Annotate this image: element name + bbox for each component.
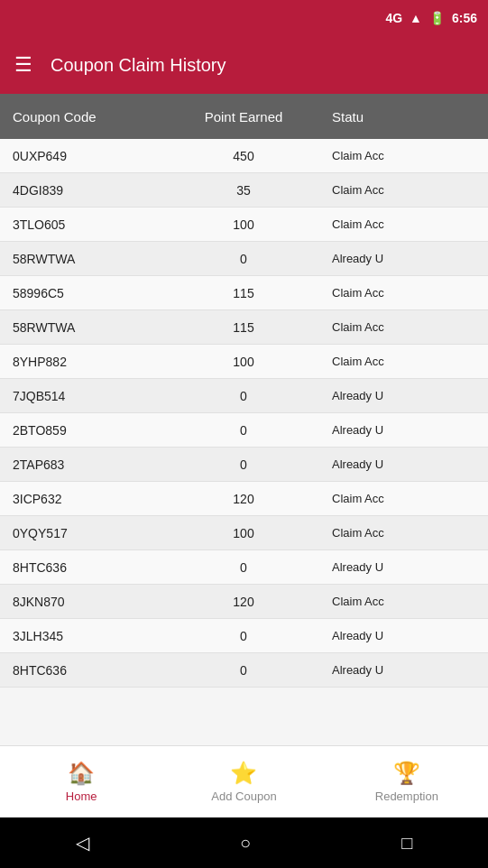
home-icon: 🏠 [68,761,95,786]
cell-points: 100 [162,526,325,540]
table-row: 0UXP649 450 Claim Acc [0,139,488,173]
table-header: Coupon Code Point Earned Statu [0,94,488,139]
cell-points: 35 [162,183,325,198]
table-row: 8HTC636 0 Already U [0,550,488,585]
cell-status: Already U [325,457,488,471]
cell-status: Claim Acc [325,217,488,231]
cell-code: 2BTO859 [0,423,162,438]
table-row: 58RWTWA 115 Claim Acc [0,310,488,345]
nav-home[interactable]: 🏠 Home [0,746,162,817]
table-row: 4DGI839 35 Claim Acc [0,173,488,208]
cell-code: 7JQB514 [0,389,162,403]
cell-points: 0 [162,457,325,472]
cell-points: 100 [162,355,325,369]
cell-status: Already U [325,389,488,402]
cell-code: 3JLH345 [0,629,162,643]
back-button[interactable]: ◁ [76,832,89,854]
redemption-nav-label: Redemption [375,790,438,803]
cell-status: Already U [325,252,488,265]
column-header-status: Statu [325,109,488,125]
cell-points: 0 [162,252,325,266]
cell-status: Claim Acc [325,320,488,334]
cell-code: 58RWTWA [0,252,162,266]
table-row: 3TLO605 100 Claim Acc [0,208,488,242]
cell-points: 120 [162,595,325,609]
table-row: 3JLH345 0 Already U [0,619,488,653]
cell-points: 0 [162,663,325,678]
cell-code: 8JKN870 [0,595,162,609]
cell-status: Already U [325,423,488,437]
menu-button[interactable]: ☰ [14,53,32,77]
page-title: Coupon Claim History [51,55,226,76]
battery-icon: 🔋 [429,11,445,25]
cell-code: 0UXP649 [0,149,162,163]
table-row: 8HTC636 0 Already U [0,653,488,688]
cell-status: Claim Acc [325,286,488,300]
cell-points: 0 [162,389,325,403]
cell-code: 2TAP683 [0,457,162,472]
cell-status: Claim Acc [325,492,488,505]
cell-points: 100 [162,217,325,232]
home-nav-label: Home [66,790,97,803]
cell-points: 115 [162,286,325,300]
cell-code: 0YQY517 [0,526,162,540]
signal-indicator: 4G [385,11,402,25]
column-header-points: Point Earned [162,109,325,125]
cell-code: 8HTC636 [0,663,162,678]
cell-code: 8HTC636 [0,560,162,575]
redemption-icon: 🏆 [393,761,420,786]
table-row: 8JKN870 120 Claim Acc [0,585,488,619]
cell-status: Claim Acc [325,526,488,540]
android-home-button[interactable]: ○ [240,833,251,854]
cell-status: Claim Acc [325,149,488,162]
cell-status: Already U [325,663,488,677]
cell-points: 0 [162,423,325,438]
cell-code: 3ICP632 [0,492,162,506]
app-header: ☰ Coupon Claim History [0,36,488,94]
table-row: 8YHP882 100 Claim Acc [0,345,488,379]
table-row: 58RWTWA 0 Already U [0,242,488,276]
android-nav-bar: ◁ ○ □ [0,817,488,868]
signal-bars-icon: ▲ [410,11,422,25]
add-coupon-nav-label: Add Coupon [211,790,276,803]
add-coupon-icon: ⭐ [230,761,257,786]
cell-status: Claim Acc [325,183,488,197]
clock: 6:56 [452,11,477,25]
cell-status: Already U [325,629,488,642]
table-row: 58996C5 115 Claim Acc [0,276,488,310]
table-row: 2BTO859 0 Already U [0,413,488,448]
cell-status: Claim Acc [325,355,488,368]
coupon-table: 0UXP649 450 Claim Acc 4DGI839 35 Claim A… [0,139,488,745]
table-row: 0YQY517 100 Claim Acc [0,516,488,550]
cell-points: 0 [162,560,325,575]
cell-code: 3TLO605 [0,217,162,232]
cell-code: 58996C5 [0,286,162,300]
recents-button[interactable]: □ [401,833,412,854]
cell-points: 450 [162,149,325,163]
cell-status: Claim Acc [325,595,488,608]
cell-code: 8YHP882 [0,355,162,369]
column-header-code: Coupon Code [0,109,162,125]
nav-add-coupon[interactable]: ⭐ Add Coupon [162,746,325,817]
cell-points: 115 [162,320,325,335]
status-bar: 4G ▲ 🔋 6:56 [0,0,488,36]
cell-code: 58RWTWA [0,320,162,335]
table-row: 3ICP632 120 Claim Acc [0,482,488,516]
cell-code: 4DGI839 [0,183,162,198]
table-row: 2TAP683 0 Already U [0,448,488,482]
cell-status: Already U [325,560,488,574]
cell-points: 0 [162,629,325,643]
bottom-nav: 🏠 Home ⭐ Add Coupon 🏆 Redemption [0,745,488,817]
table-row: 7JQB514 0 Already U [0,379,488,413]
cell-points: 120 [162,492,325,506]
nav-redemption[interactable]: 🏆 Redemption [326,746,488,817]
